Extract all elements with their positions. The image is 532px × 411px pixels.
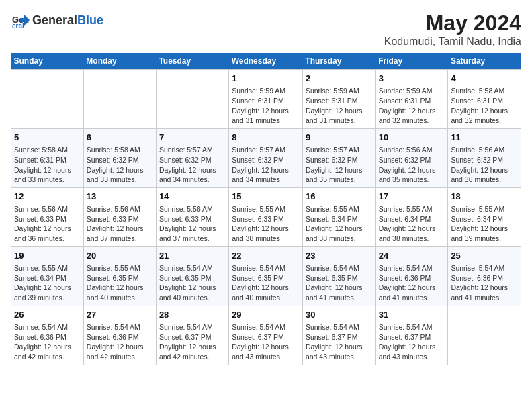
day-number-30: 30 [306,309,373,321]
day-cell-1: 1Sunrise: 5:59 AM Sunset: 6:31 PM Daylig… [229,70,303,129]
week-row-1: 1Sunrise: 5:59 AM Sunset: 6:31 PM Daylig… [11,70,521,129]
day-number-21: 21 [159,250,226,262]
day-cell-16: 16Sunrise: 5:55 AM Sunset: 6:34 PM Dayli… [302,187,375,246]
day-number-1: 1 [232,73,300,85]
day-number-11: 11 [451,132,518,144]
month-year: May 2024 [384,11,521,36]
day-cell-7: 7Sunrise: 5:57 AM Sunset: 6:32 PM Daylig… [156,128,228,187]
day-cell-31: 31Sunrise: 5:54 AM Sunset: 6:37 PM Dayli… [375,306,448,365]
day-number-16: 16 [306,191,373,203]
week-row-4: 19Sunrise: 5:55 AM Sunset: 6:34 PM Dayli… [11,246,521,306]
page-header: Gen eral GeneralBlue May 2024 Kodumudi, … [11,11,521,48]
calendar-table: SundayMondayTuesdayWednesdayThursdayFrid… [11,53,521,365]
day-cell-27: 27Sunrise: 5:54 AM Sunset: 6:36 PM Dayli… [83,306,156,365]
day-cell-3: 3Sunrise: 5:59 AM Sunset: 6:31 PM Daylig… [375,70,448,129]
day-info-1: Sunrise: 5:59 AM Sunset: 6:31 PM Dayligh… [232,86,300,126]
day-info-21: Sunrise: 5:54 AM Sunset: 6:35 PM Dayligh… [159,263,226,303]
empty-cell [156,70,228,129]
day-cell-24: 24Sunrise: 5:54 AM Sunset: 6:36 PM Dayli… [375,246,448,306]
day-number-29: 29 [232,309,300,321]
day-cell-15: 15Sunrise: 5:55 AM Sunset: 6:33 PM Dayli… [229,187,303,246]
day-info-15: Sunrise: 5:55 AM Sunset: 6:33 PM Dayligh… [232,204,300,244]
day-cell-22: 22Sunrise: 5:54 AM Sunset: 6:35 PM Dayli… [229,246,303,306]
week-row-5: 26Sunrise: 5:54 AM Sunset: 6:36 PM Dayli… [11,306,521,365]
header-friday: Friday [375,53,448,70]
day-number-7: 7 [159,132,226,144]
day-info-7: Sunrise: 5:57 AM Sunset: 6:32 PM Dayligh… [159,145,226,185]
day-info-28: Sunrise: 5:54 AM Sunset: 6:37 PM Dayligh… [159,322,226,362]
day-cell-25: 25Sunrise: 5:54 AM Sunset: 6:36 PM Dayli… [448,246,521,306]
day-number-10: 10 [379,132,445,144]
day-info-26: Sunrise: 5:54 AM Sunset: 6:36 PM Dayligh… [14,322,81,362]
day-info-5: Sunrise: 5:58 AM Sunset: 6:31 PM Dayligh… [14,145,81,185]
day-cell-28: 28Sunrise: 5:54 AM Sunset: 6:37 PM Dayli… [156,306,228,365]
day-info-2: Sunrise: 5:59 AM Sunset: 6:31 PM Dayligh… [306,86,373,126]
day-info-23: Sunrise: 5:54 AM Sunset: 6:35 PM Dayligh… [306,263,373,303]
day-number-27: 27 [87,309,153,321]
header-monday: Monday [83,53,156,70]
day-info-27: Sunrise: 5:54 AM Sunset: 6:36 PM Dayligh… [87,322,153,362]
day-cell-9: 9Sunrise: 5:57 AM Sunset: 6:32 PM Daylig… [302,128,375,187]
day-info-13: Sunrise: 5:56 AM Sunset: 6:33 PM Dayligh… [87,204,153,244]
day-cell-13: 13Sunrise: 5:56 AM Sunset: 6:33 PM Dayli… [83,187,156,246]
day-number-15: 15 [232,191,300,203]
calendar-body: 1Sunrise: 5:59 AM Sunset: 6:31 PM Daylig… [11,70,521,365]
day-info-18: Sunrise: 5:55 AM Sunset: 6:34 PM Dayligh… [451,204,518,244]
day-cell-2: 2Sunrise: 5:59 AM Sunset: 6:31 PM Daylig… [302,70,375,129]
day-info-20: Sunrise: 5:55 AM Sunset: 6:35 PM Dayligh… [87,263,153,303]
day-number-26: 26 [14,309,81,321]
day-number-4: 4 [451,73,518,85]
day-cell-20: 20Sunrise: 5:55 AM Sunset: 6:35 PM Dayli… [83,246,156,306]
day-number-6: 6 [87,132,153,144]
day-info-3: Sunrise: 5:59 AM Sunset: 6:31 PM Dayligh… [379,86,445,126]
day-cell-21: 21Sunrise: 5:54 AM Sunset: 6:35 PM Dayli… [156,246,228,306]
logo-general: General [32,13,77,27]
day-info-8: Sunrise: 5:57 AM Sunset: 6:32 PM Dayligh… [232,145,300,185]
day-info-14: Sunrise: 5:56 AM Sunset: 6:33 PM Dayligh… [159,204,226,244]
day-info-6: Sunrise: 5:58 AM Sunset: 6:32 PM Dayligh… [87,145,153,185]
day-info-25: Sunrise: 5:54 AM Sunset: 6:36 PM Dayligh… [451,263,518,303]
day-info-31: Sunrise: 5:54 AM Sunset: 6:37 PM Dayligh… [379,322,445,362]
day-cell-11: 11Sunrise: 5:56 AM Sunset: 6:32 PM Dayli… [448,128,521,187]
day-number-8: 8 [232,132,300,144]
day-info-24: Sunrise: 5:54 AM Sunset: 6:36 PM Dayligh… [379,263,445,303]
week-row-3: 12Sunrise: 5:56 AM Sunset: 6:33 PM Dayli… [11,187,521,246]
day-cell-17: 17Sunrise: 5:55 AM Sunset: 6:34 PM Dayli… [375,187,448,246]
header-row: SundayMondayTuesdayWednesdayThursdayFrid… [11,53,521,70]
day-cell-14: 14Sunrise: 5:56 AM Sunset: 6:33 PM Dayli… [156,187,228,246]
day-cell-23: 23Sunrise: 5:54 AM Sunset: 6:35 PM Dayli… [302,246,375,306]
day-info-30: Sunrise: 5:54 AM Sunset: 6:37 PM Dayligh… [306,322,373,362]
day-info-16: Sunrise: 5:55 AM Sunset: 6:34 PM Dayligh… [306,204,373,244]
day-number-13: 13 [87,191,153,203]
day-info-11: Sunrise: 5:56 AM Sunset: 6:32 PM Dayligh… [451,145,518,185]
day-info-4: Sunrise: 5:58 AM Sunset: 6:31 PM Dayligh… [451,86,518,126]
header-wednesday: Wednesday [229,53,303,70]
day-number-12: 12 [14,191,81,203]
header-sunday: Sunday [11,53,84,70]
day-cell-8: 8Sunrise: 5:57 AM Sunset: 6:32 PM Daylig… [229,128,303,187]
day-number-18: 18 [451,191,518,203]
day-number-3: 3 [379,73,445,85]
day-number-25: 25 [451,250,518,262]
location: Kodumudi, Tamil Nadu, India [384,36,521,48]
day-number-2: 2 [306,73,373,85]
day-cell-19: 19Sunrise: 5:55 AM Sunset: 6:34 PM Dayli… [11,246,84,306]
day-number-5: 5 [14,132,81,144]
day-number-23: 23 [306,250,373,262]
day-cell-10: 10Sunrise: 5:56 AM Sunset: 6:32 PM Dayli… [375,128,448,187]
day-number-9: 9 [306,132,373,144]
day-number-24: 24 [379,250,445,262]
empty-cell [11,70,84,129]
day-cell-12: 12Sunrise: 5:56 AM Sunset: 6:33 PM Dayli… [11,187,84,246]
header-tuesday: Tuesday [156,53,228,70]
calendar-header: SundayMondayTuesdayWednesdayThursdayFrid… [11,53,521,70]
day-number-20: 20 [87,250,153,262]
day-cell-29: 29Sunrise: 5:54 AM Sunset: 6:37 PM Dayli… [229,306,303,365]
day-info-17: Sunrise: 5:55 AM Sunset: 6:34 PM Dayligh… [379,204,445,244]
empty-cell [448,306,521,365]
day-number-22: 22 [232,250,300,262]
day-cell-26: 26Sunrise: 5:54 AM Sunset: 6:36 PM Dayli… [11,306,84,365]
day-number-14: 14 [159,191,226,203]
day-number-31: 31 [379,309,445,321]
logo: Gen eral GeneralBlue [11,11,103,30]
